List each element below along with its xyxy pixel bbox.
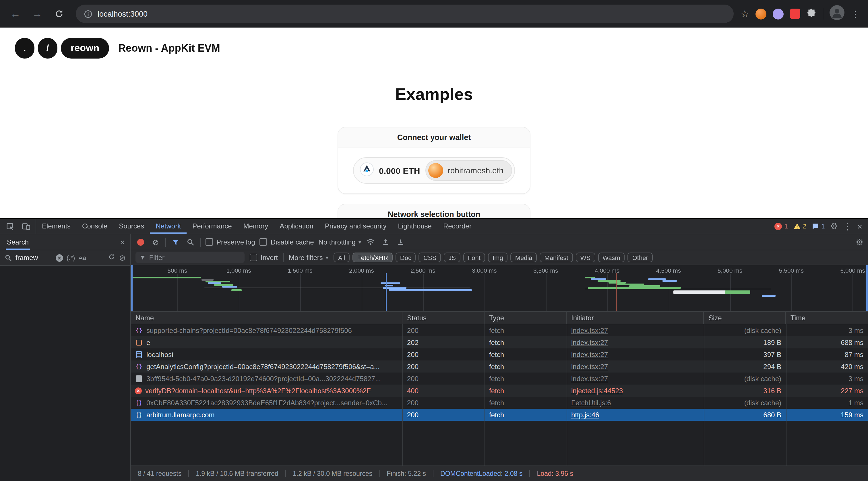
tab-elements[interactable]: Elements <box>36 219 76 234</box>
reload-button[interactable] <box>50 4 69 24</box>
network-settings-gear-icon[interactable]: ⚙ <box>856 237 863 247</box>
import-har-button[interactable] <box>381 236 391 248</box>
search-panel-close-icon[interactable]: × <box>120 237 125 247</box>
filter-chip-img[interactable]: Img <box>488 253 508 262</box>
issues-badge[interactable]: 1 <box>811 222 825 230</box>
filter-chip-js[interactable]: JS <box>444 253 460 262</box>
filter-chip-css[interactable]: CSS <box>419 253 441 262</box>
regex-toggle[interactable]: (.*) <box>67 254 75 261</box>
tab-lighthouse[interactable]: Lighthouse <box>392 219 437 234</box>
filter-chip-other[interactable]: Other <box>628 253 653 262</box>
status-cell: 200 <box>402 398 485 407</box>
search-input[interactable] <box>16 254 52 262</box>
logo-pill-mark: / <box>38 38 57 59</box>
column-header-status[interactable]: Status <box>402 312 485 324</box>
initiator-link[interactable]: injected.js:44523 <box>571 387 623 395</box>
column-header-initiator[interactable]: Initiator <box>567 312 704 324</box>
profile-avatar[interactable] <box>830 5 844 22</box>
forward-button[interactable]: → <box>28 4 47 24</box>
throttling-select[interactable]: No throttling ▾ <box>319 238 361 246</box>
initiator-link[interactable]: index.tsx:27 <box>571 339 608 346</box>
preserve-log-checkbox[interactable]: Preserve log <box>206 238 255 246</box>
timeline-time-label: 4,500 ms <box>656 267 681 274</box>
tab-sources[interactable]: Sources <box>113 219 150 234</box>
network-request-row[interactable]: getAnalyticsConfig?projectId=00ac8e78f67… <box>131 360 868 373</box>
filter-input-wrap[interactable] <box>135 252 245 263</box>
filter-chip-all[interactable]: All <box>334 253 350 262</box>
tab-console[interactable]: Console <box>76 219 113 234</box>
browser-menu-kebab-icon[interactable]: ⋮ <box>851 8 860 19</box>
filter-chip-wasm[interactable]: Wasm <box>598 253 625 262</box>
extensions-puzzle-icon[interactable] <box>807 8 816 20</box>
column-header-name[interactable]: Name <box>131 312 402 324</box>
time-cell: 87 ms <box>786 350 868 358</box>
warning-icon <box>793 222 801 230</box>
site-info-icon[interactable] <box>84 9 92 18</box>
match-case-toggle[interactable]: Aa <box>79 254 86 261</box>
metamask-extension-icon[interactable] <box>755 8 766 19</box>
timeline-right-handle[interactable] <box>866 265 868 311</box>
clear-search-icon[interactable]: × <box>56 254 63 261</box>
network-request-row[interactable]: localhost200fetchindex.tsx:27397 B87 ms <box>131 348 868 360</box>
filter-chip-media[interactable]: Media <box>510 253 537 262</box>
initiator-link[interactable]: http.js:46 <box>571 411 599 419</box>
refresh-search-icon[interactable] <box>108 253 116 262</box>
tab-recorder[interactable]: Recorder <box>437 219 477 234</box>
invert-checkbox[interactable]: Invert <box>250 253 278 261</box>
filter-chip-ws[interactable]: WS <box>576 253 595 262</box>
tab-privacy-and-security[interactable]: Privacy and security <box>319 219 392 234</box>
initiator-link[interactable]: index.tsx:27 <box>571 326 608 334</box>
filter-toggle-button[interactable] <box>170 236 181 248</box>
network-request-row[interactable]: e202fetchindex.tsx:27189 B688 ms <box>131 336 868 348</box>
bookmark-star-icon[interactable]: ☆ <box>741 8 749 20</box>
initiator-link[interactable]: index.tsx:27 <box>571 362 608 371</box>
network-request-row[interactable]: supported-chains?projectId=00ac8e78f6749… <box>131 324 868 336</box>
column-header-time[interactable]: Time <box>786 312 868 324</box>
clear-network-log-button[interactable]: ⊘ <box>150 236 161 248</box>
red-extension-icon[interactable] <box>790 9 800 19</box>
phantom-extension-icon[interactable] <box>773 8 784 19</box>
network-request-row[interactable]: verifyDB?domain=localhost&uri=http%3A%2F… <box>131 385 868 397</box>
account-button[interactable]: 0.000 ETH rohitramesh.eth <box>353 157 515 184</box>
disable-cache-checkbox[interactable]: Disable cache <box>260 238 314 246</box>
export-har-button[interactable] <box>396 236 406 248</box>
initiator-link[interactable]: FetchUtil.js:6 <box>571 398 611 407</box>
summary-item: DOMContentLoaded: 2.08 s <box>433 470 529 477</box>
filter-chip-manifest[interactable]: Manifest <box>540 253 573 262</box>
network-request-row[interactable]: 3bff954d-5cb0-47a0-9a23-d20192e74600?pro… <box>131 373 868 385</box>
record-network-log-button[interactable] <box>135 236 146 248</box>
search-network-button[interactable] <box>185 236 196 248</box>
initiator-link[interactable]: index.tsx:27 <box>571 375 608 383</box>
filter-chip-doc[interactable]: Doc <box>396 253 416 262</box>
filter-input[interactable] <box>149 253 241 261</box>
network-request-row[interactable]: arbitrum.llamarpc.com200fetchhttp.js:466… <box>131 409 868 421</box>
device-toolbar-icon[interactable] <box>19 220 33 232</box>
wallet-address-pill[interactable]: rohitramesh.eth <box>425 160 512 181</box>
network-conditions-button[interactable] <box>366 236 376 248</box>
console-warnings-badge[interactable]: 2 <box>793 222 806 230</box>
column-header-size[interactable]: Size <box>704 312 786 324</box>
inspect-element-icon[interactable] <box>2 220 17 232</box>
address-bar[interactable]: localhost:3000 <box>76 5 734 23</box>
network-overview-timeline[interactable]: 500 ms1,000 ms1,500 ms2,000 ms2,500 ms3,… <box>131 265 868 312</box>
summary-item: 1.9 kB / 10.6 MB transferred <box>188 470 285 477</box>
tab-memory[interactable]: Memory <box>238 219 274 234</box>
devtools-settings-gear-icon[interactable]: ⚙ <box>830 221 838 231</box>
initiator-link[interactable]: index.tsx:27 <box>571 350 608 358</box>
filter-chip-font[interactable]: Font <box>463 253 485 262</box>
clear-search-results-icon[interactable]: ⊘ <box>119 254 126 262</box>
back-button[interactable]: ← <box>6 4 25 24</box>
devtools-close-icon[interactable]: × <box>857 221 862 231</box>
timeline-left-handle[interactable] <box>131 265 133 311</box>
devtools-menu-kebab-icon[interactable]: ⋮ <box>843 221 852 232</box>
timeline-time-label: 5,500 ms <box>779 267 804 274</box>
tab-application[interactable]: Application <box>274 219 319 234</box>
network-request-row[interactable]: 0xCbE80A330F5221ac28392933BdeE65f1F2dAb8… <box>131 397 868 409</box>
network-filter-row: Invert More filters ▾ AllFetch/XHRDocCSS… <box>131 250 868 265</box>
console-errors-badge[interactable]: × 1 <box>775 222 788 230</box>
filter-chip-fetch-xhr[interactable]: Fetch/XHR <box>352 253 393 262</box>
tab-performance[interactable]: Performance <box>187 219 237 234</box>
tab-network[interactable]: Network <box>150 219 187 234</box>
more-filters-dropdown[interactable]: More filters ▾ <box>289 253 329 261</box>
column-header-type[interactable]: Type <box>485 312 567 324</box>
